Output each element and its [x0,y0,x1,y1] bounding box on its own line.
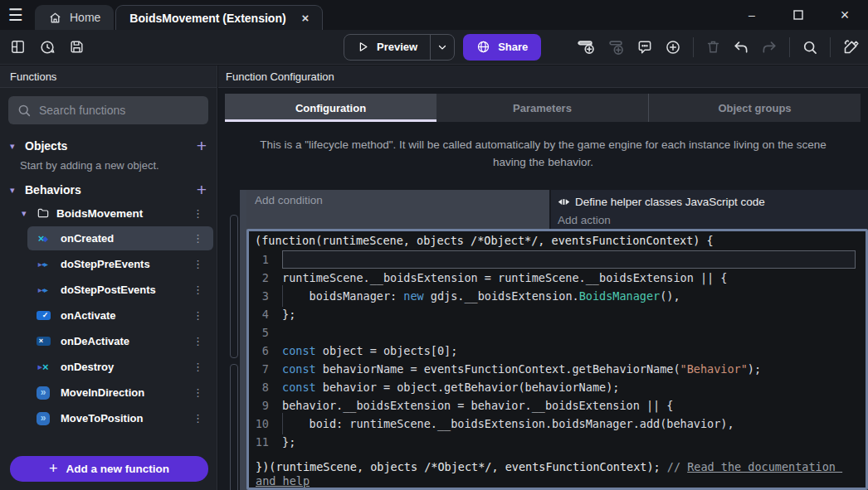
add-action-label[interactable]: Add action [558,211,861,229]
code-editor[interactable]: 12runtimeScene.__boidsExtension = runtim… [249,250,866,451]
add-condition-label[interactable]: Add condition [255,194,323,206]
panels-layout-icon[interactable] [10,39,26,55]
actions-cell[interactable]: Define helper classes JavaScript code Ad… [551,190,868,229]
line-number: 3 [249,287,282,305]
main-menu-button[interactable]: ☰ [0,0,32,30]
close-button[interactable]: × [822,0,868,30]
code-line[interactable]: 3 boidsManager: new gdjs.__boidsExtensio… [249,287,866,305]
code-line[interactable]: 9behavior.__boidsExtension = behavior.__… [249,396,866,415]
trash-icon[interactable] [705,39,721,55]
code-line[interactable]: 4}; [249,305,866,323]
function-item-menu-icon[interactable]: ⋮ [193,258,203,270]
behavior-folder-boidsmovement[interactable]: ▾ BoidsMovement ⋮ [0,201,217,225]
chevron-down-icon [437,42,447,52]
function-item[interactable]: ×◆onCreated⋮ [27,226,213,250]
function-item-menu-icon[interactable]: ⋮ [193,412,203,425]
plus-icon: + [49,460,58,478]
code-line[interactable]: 11}; [249,433,866,451]
dostep-icon: ▸●▸ [33,260,53,269]
edit-extension-icon[interactable] [842,38,860,56]
undo-icon[interactable] [733,39,749,56]
tab-object-groups-label: Object groups [718,102,791,114]
add-subevent-icon[interactable] [607,38,625,56]
titlebar: ☰ Home BoidsMovement (Extension) × – × [0,0,868,30]
collapse-triangle-icon[interactable]: ▾ [10,141,18,152]
function-item-menu-icon[interactable]: ⋮ [193,335,203,347]
function-item-menu-icon[interactable]: ⋮ [193,284,203,296]
behaviors-section-header[interactable]: ▾ Behaviors + [0,178,217,201]
search-functions-input[interactable] [39,104,200,117]
tab-active-label: BoidsMovement (Extension) [129,12,285,25]
code-line[interactable]: 5 [249,323,866,342]
code-header-line: (function(runtimeScene, objects /*Object… [249,231,866,250]
code-line[interactable]: 10 boid: runtimeScene.__boidsExtension.b… [249,415,866,433]
line-number: 8 [249,378,282,396]
add-function-button[interactable]: + Add a new function [10,456,208,482]
tab-home[interactable]: Home [35,5,114,30]
tab-close-icon[interactable]: × [302,11,310,25]
standard-event[interactable]: Add condition Define helper classes Java… [246,190,868,229]
minimize-button[interactable]: – [729,0,775,30]
history-icon[interactable] [39,39,56,56]
tab-object-groups[interactable]: Object groups [648,94,861,122]
objects-section-header[interactable]: ▾ Objects + [0,134,217,158]
tab-boidsmovement[interactable]: BoidsMovement (Extension) × [115,5,323,30]
function-item-label: doStepPreEvents [61,258,150,270]
tab-configuration[interactable]: Configuration [225,94,436,122]
function-item[interactable]: ▸●▸doStepPreEvents⋮ [27,252,213,276]
function-item-menu-icon[interactable]: ⋮ [193,361,203,373]
line-number: 1 [249,250,282,269]
gear-icon: » [33,412,53,425]
function-item[interactable]: × onDeActivate⋮ [27,329,213,353]
code-line[interactable]: 1 [249,250,866,269]
share-button[interactable]: Share [463,34,541,61]
line-number: 6 [249,342,282,360]
code-line[interactable]: 7const behaviorName = eventsFunctionCont… [249,360,866,378]
add-behavior-button[interactable]: + [197,180,207,200]
code-line[interactable]: 8const behavior = object.getBehavior(beh… [249,378,866,396]
add-object-button[interactable]: + [197,136,207,156]
event-fold-bracket[interactable] [230,215,238,358]
add-event-icon[interactable] [577,38,595,56]
function-item[interactable]: ▸×onDestroy⋮ [27,355,213,379]
preview-dropdown-button[interactable] [431,42,454,52]
function-item[interactable]: »MoveInDirection⋮ [27,381,213,405]
add-circle-icon[interactable] [665,39,681,56]
gear-icon: » [33,386,53,400]
events-content: Add condition Define helper classes Java… [246,190,868,490]
behavior-folder-label: BoidsMovement [56,207,143,220]
conditions-cell[interactable]: Add condition [246,190,549,229]
collapse-triangle-icon[interactable]: ▾ [10,185,18,196]
function-item-menu-icon[interactable]: ⋮ [193,386,203,399]
save-icon[interactable] [69,39,85,55]
maximize-button[interactable] [775,0,822,30]
search-icon[interactable] [802,39,818,56]
function-item[interactable]: ✓onActivate⋮ [27,303,213,327]
globe-icon [476,40,490,54]
folder-menu-icon[interactable]: ⋮ [193,207,203,220]
line-number: 5 [249,323,282,342]
main-panel-title: Function Configuration [226,70,334,83]
function-item-label: MoveToPosition [61,412,143,425]
collapse-triangle-icon[interactable]: ▾ [22,208,30,219]
line-number: 2 [249,269,282,287]
tab-parameters[interactable]: Parameters [436,94,648,122]
function-item[interactable]: ▸●▸doStepPostEvents⋮ [27,278,213,302]
code-line[interactable]: 6const object = objects[0]; [249,342,866,360]
comment-icon[interactable] [636,39,653,56]
search-functions-box[interactable] [8,96,208,124]
function-item-menu-icon[interactable]: ⋮ [193,309,203,322]
activate-icon: ✓ [33,311,53,320]
preview-button[interactable]: Preview [344,34,455,61]
code-line[interactable]: 2runtimeScene.__boidsExtension = runtime… [249,269,866,287]
function-item[interactable]: »MoveToPosition⋮ [27,406,213,430]
objects-section-label: Objects [25,139,67,153]
redo-icon[interactable] [761,39,778,56]
sidebar-title: Functions [10,70,56,83]
function-item-menu-icon[interactable]: ⋮ [193,232,203,245]
javascript-code-event[interactable]: (function(runtimeScene, objects /*Object… [246,229,868,490]
function-item-label: onDeActivate [61,335,129,347]
js-code-action[interactable]: Define helper classes JavaScript code [558,192,861,211]
oncreated-icon: ×◆ [33,232,53,245]
event-fold-bracket[interactable] [230,364,238,490]
